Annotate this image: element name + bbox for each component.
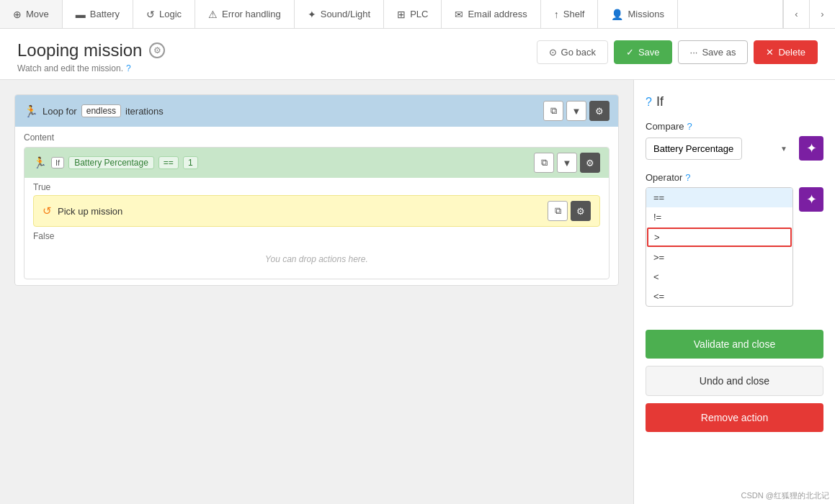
pickup-left: ↺ Pick up mission [43,204,122,217]
compare-select-wrapper: Battery Percentage [646,138,793,160]
operator-label: Operator ? [646,172,823,183]
loop-prefix: Loop for [43,106,77,117]
loop-header: 🏃 Loop for endless iterations ⧉ ▼ ⚙ [15,95,618,127]
page-title-row: Looping mission ⚙ [17,40,165,60]
operator-dropdown: == != > >= < <= [646,187,793,307]
if-value: 1 [183,156,198,169]
top-nav: ⊕ Move ▬ Battery ↺ Logic ⚠ Error handlin… [0,0,835,29]
tab-shelf[interactable]: ↑ Shelf [541,0,599,28]
save-as-label: Save as [702,47,736,58]
battery-icon: ▬ [76,9,86,20]
if-body: True ↺ Pick up mission ⧉ ⚙ [24,178,609,279]
loop-run-icon: 🏃 [24,104,38,118]
operator-label-text: Operator [646,172,682,183]
tab-battery-label: Battery [90,9,120,19]
pickup-text: Pick up mission [58,206,122,217]
page-title-text: Looping mission [17,40,142,60]
tab-move[interactable]: ⊕ Move [0,0,63,28]
if-header-left: 🏃 If Battery Percentage == 1 [33,156,198,169]
if-label: If [51,157,64,168]
compare-label: Compare ? [646,121,823,132]
if-expand-button[interactable]: ▼ [557,153,577,173]
endless-badge: endless [81,104,121,117]
nav-arrows: ‹ › [782,0,835,28]
drop-hint: You can drop actions here. [265,254,368,264]
tab-error-label: Error handling [222,9,281,19]
if-run-icon: 🏃 [33,156,47,169]
right-panel: ? If Compare ? Battery Percentage ✦ [633,80,835,504]
save-label: Save [638,47,660,58]
compare-label-text: Compare [646,121,684,132]
panel-title-text: If [656,94,664,109]
go-back-button[interactable]: ⊙ Go back [537,40,608,64]
if-header-actions: ⧉ ▼ ⚙ [534,153,600,173]
if-copy-button[interactable]: ⧉ [534,153,554,173]
watermark: CSDN @红狐狸的北北记 [741,490,829,501]
nav-next-arrow[interactable]: › [809,0,835,28]
subtitle-help-icon[interactable]: ? [126,63,131,73]
page-subtitle: Watch and edit the mission. ? [17,63,165,73]
operator-option-gte[interactable]: >= [646,248,792,267]
loop-suffix: iterations [125,106,164,117]
shelf-icon: ↑ [554,9,559,20]
if-settings-button[interactable]: ⚙ [580,153,600,173]
save-check-icon: ✓ [626,47,634,58]
page-header: Looping mission ⚙ Watch and edit the mis… [0,29,835,80]
title-area: Looping mission ⚙ Watch and edit the mis… [17,40,165,73]
compare-purple-button[interactable]: ✦ [799,136,823,161]
loop-block: 🏃 Loop for endless iterations ⧉ ▼ ⚙ Cont… [14,94,619,286]
operator-purple-button[interactable]: ✦ [799,187,823,212]
tab-plc[interactable]: ⊞ PLC [384,0,442,28]
logic-icon: ↺ [146,9,155,20]
operator-help-icon[interactable]: ? [685,172,690,183]
panel-help-icon: ? [646,96,652,109]
loop-expand-button[interactable]: ▼ [566,101,586,121]
save-button[interactable]: ✓ Save [614,40,672,64]
undo-close-button[interactable]: Undo and close [646,366,823,396]
compare-help-icon[interactable]: ? [687,121,692,132]
compare-select[interactable]: Battery Percentage [646,138,742,160]
tab-missions-label: Missions [628,9,664,19]
tab-logic[interactable]: ↺ Logic [133,0,195,28]
loop-settings-button[interactable]: ⚙ [589,101,609,121]
operator-option-lt[interactable]: < [646,267,792,287]
validate-close-button[interactable]: Validate and close [646,330,823,359]
operator-select-row: == != > >= < <= ✦ [646,187,823,307]
tab-missions[interactable]: 👤 Missions [598,0,678,28]
go-back-icon: ⊙ [549,47,557,58]
pickup-settings-button[interactable]: ⚙ [571,201,591,221]
delete-button[interactable]: ✕ Delete [754,40,818,64]
loop-copy-button[interactable]: ⧉ [543,101,563,121]
header-actions: ⊙ Go back ✓ Save ··· Save as ✕ Delete [537,40,818,64]
tab-email[interactable]: ✉ Email address [442,0,540,28]
if-operator: == [158,156,179,169]
panel-title: ? If [646,94,823,109]
operator-option-neq[interactable]: != [646,207,792,227]
operator-option-lte[interactable]: <= [646,287,792,306]
false-label: False [33,231,600,241]
nav-prev-arrow[interactable]: ‹ [783,0,809,28]
missions-icon: 👤 [611,9,623,20]
compare-purple-icon: ✦ [806,140,817,156]
tab-error[interactable]: ⚠ Error handling [195,0,295,28]
if-header: 🏃 If Battery Percentage == 1 ⧉ ▼ ⚙ [24,148,609,178]
if-condition: Battery Percentage [68,156,154,169]
main-content: 🏃 Loop for endless iterations ⧉ ▼ ⚙ Cont… [0,80,835,504]
save-as-button[interactable]: ··· Save as [678,40,749,64]
pickup-actions: ⧉ ⚙ [548,201,591,221]
loop-header-actions: ⧉ ▼ ⚙ [543,101,609,121]
tab-battery[interactable]: ▬ Battery [63,0,133,28]
subtitle-text: Watch and edit the mission. [17,63,123,73]
operator-option-gt[interactable]: > [647,228,792,247]
pickup-copy-button[interactable]: ⧉ [548,201,568,221]
tab-sound[interactable]: ✦ Sound/Light [295,0,384,28]
delete-label: Delete [778,47,805,58]
delete-x-icon: ✕ [766,47,774,58]
compare-select-row: Battery Percentage ✦ [646,136,823,161]
loop-content: Content 🏃 If Battery Percentage == 1 ⧉ [15,127,618,285]
remove-action-button[interactable]: Remove action [646,403,823,432]
plc-icon: ⊞ [397,9,406,20]
if-block: 🏃 If Battery Percentage == 1 ⧉ ▼ ⚙ [24,147,609,279]
operator-option-eq[interactable]: == [646,188,792,207]
settings-icon[interactable]: ⚙ [149,42,165,58]
